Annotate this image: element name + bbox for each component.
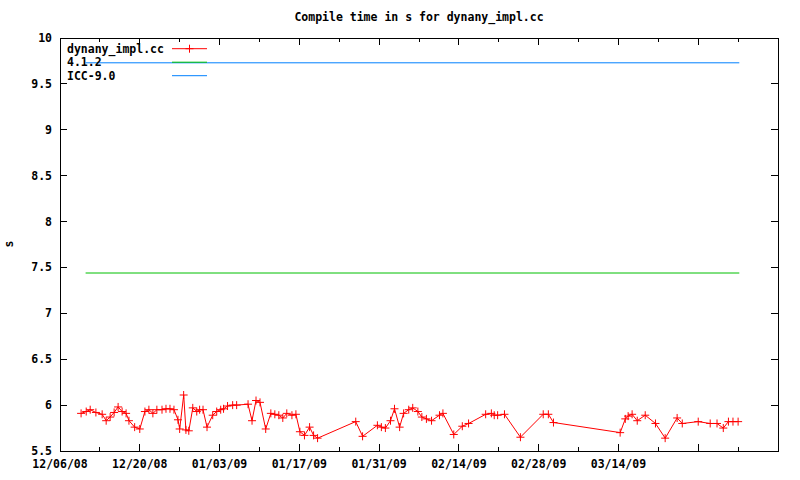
y-tick-label: 7.5: [31, 260, 52, 274]
x-tick-label: 12/20/08: [112, 457, 167, 471]
gnuplot-chart-page: Compile time in s for dynany_impl.cc s 5…: [0, 0, 800, 480]
y-tick-label: 8.5: [31, 169, 52, 183]
x-tick-label: 01/03/09: [192, 457, 247, 471]
y-tick-label: 7: [45, 306, 52, 320]
y-tick-label: 8: [45, 215, 52, 229]
y-tick-label: 9: [45, 123, 52, 137]
y-tick-label: 6: [45, 398, 52, 412]
legend-label: ICC-9.0: [67, 69, 116, 83]
x-tick-label: 01/17/09: [272, 457, 327, 471]
x-tick-label: 02/28/09: [511, 457, 566, 471]
x-tick-label: 12/06/08: [32, 457, 87, 471]
x-tick-label: 02/14/09: [431, 457, 486, 471]
y-tick-label: 9.5: [31, 77, 52, 91]
plot-area: 5.566.577.588.599.51012/06/0812/20/0801/…: [0, 0, 800, 480]
y-tick-label: 6.5: [31, 352, 52, 366]
y-tick-label: 10: [38, 31, 52, 45]
x-tick-label: 01/31/09: [351, 457, 406, 471]
y-tick-label: 5.5: [31, 444, 52, 458]
legend-label: 4.1.2: [67, 55, 102, 69]
plot-border: [60, 38, 778, 451]
legend-sample-marker: [186, 45, 194, 53]
x-tick-label: 03/14/09: [591, 457, 646, 471]
